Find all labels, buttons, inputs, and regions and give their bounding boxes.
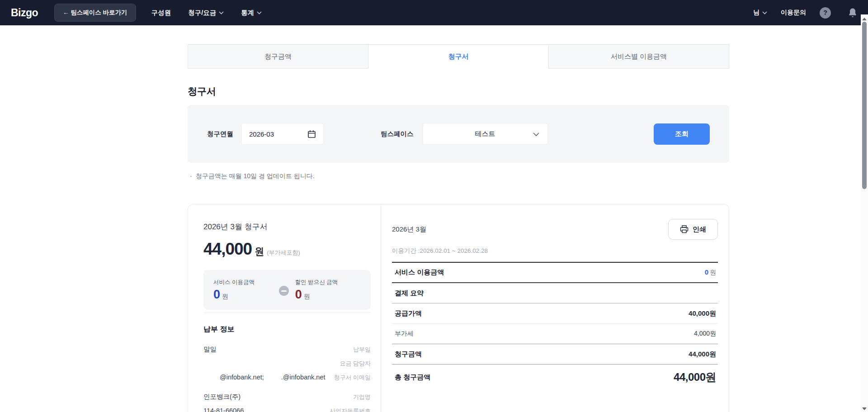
invoice-title: 2026년 3월 청구서 bbox=[203, 222, 371, 232]
payment-row: @infobank.net;.@infobank.net 청구서 이메일 bbox=[203, 374, 371, 382]
table-row-billing-amount: 청구금액 44,000원 bbox=[392, 344, 718, 365]
table-row-supply-amount: 공급가액 40,000원 bbox=[392, 303, 718, 324]
nav-members[interactable]: 구성원 bbox=[151, 9, 171, 17]
chevron-down-icon bbox=[257, 11, 262, 14]
update-notice: ·청구금액는 매월 10일 경 업데이트 됩니다. bbox=[188, 172, 729, 180]
payment-row: 요금 담당자 bbox=[203, 360, 371, 368]
scrollbar-thumb[interactable] bbox=[862, 22, 867, 189]
usage-period: 이용기간 :2026.02.01 ~ 2026.02.28 bbox=[392, 247, 718, 255]
nav-stats[interactable]: 통계 bbox=[241, 9, 262, 17]
discount-amount: 0 bbox=[295, 288, 302, 302]
top-nav: Bizgo ← 팀스페이스 바로가기 구성원 청구/요금 통계 님 이용문의 ? bbox=[0, 0, 868, 25]
section-divider bbox=[203, 313, 371, 313]
invoice-card: 2026년 3월 청구서 44,000 원 (부가세포함) 서비스 이용금액 0… bbox=[188, 204, 729, 412]
chevron-down-icon bbox=[533, 133, 539, 137]
billing-month-input[interactable]: 2026-03 bbox=[241, 123, 324, 145]
page-title: 청구서 bbox=[188, 85, 729, 98]
billing-tabs: 청구금액 청구서 서비스별 이용금액 bbox=[188, 44, 729, 69]
user-menu[interactable]: 님 bbox=[753, 9, 767, 17]
invoice-detail-panel: 2026년 3월 인쇄 이용기간 :2026.02.01 ~ 2026.02.2… bbox=[381, 204, 729, 412]
chevron-down-icon bbox=[762, 11, 767, 14]
brand-logo[interactable]: Bizgo bbox=[11, 7, 38, 19]
chevron-down-icon bbox=[219, 11, 224, 14]
billing-table: 서비스 이용금액 0원 결제 요약 공급가액 40,000원 부가세 4,000… bbox=[392, 262, 718, 390]
payment-info-title: 납부 정보 bbox=[203, 325, 371, 334]
service-usage-cell: 서비스 이용금액 0원 bbox=[213, 279, 279, 302]
nav-billing[interactable]: 청구/요금 bbox=[188, 9, 224, 17]
usage-discount-box: 서비스 이용금액 0원 할인 받으신 금액 0원 bbox=[203, 270, 371, 310]
tab-service-usage[interactable]: 서비스별 이용금액 bbox=[549, 44, 729, 69]
billing-month-value: 2026-03 bbox=[249, 130, 274, 138]
scroll-down-arrow-icon[interactable] bbox=[862, 407, 867, 410]
printer-icon bbox=[680, 225, 689, 233]
invoice-summary-panel: 2026년 3월 청구서 44,000 원 (부가세포함) 서비스 이용금액 0… bbox=[188, 204, 381, 412]
billing-month-label: 청구연월 bbox=[207, 130, 233, 138]
table-row-payment-summary: 결제 요약 bbox=[392, 283, 718, 303]
tab-billing-amount[interactable]: 청구금액 bbox=[188, 44, 368, 69]
contact-link[interactable]: 이용문의 bbox=[781, 9, 806, 17]
discount-cell: 할인 받으신 금액 0원 bbox=[295, 279, 361, 302]
help-icon[interactable]: ? bbox=[820, 7, 831, 19]
detail-month: 2026년 3월 bbox=[392, 225, 426, 234]
payment-row: 인포뱅크(주) 기업명 bbox=[203, 393, 371, 401]
table-row-total-billing-amount: 총 청구금액 44,000원 bbox=[392, 365, 718, 390]
filter-panel: 청구연월 2026-03 팀스페이스 테스트 조회 bbox=[188, 105, 729, 163]
minus-icon bbox=[279, 286, 288, 296]
invoice-total: 44,000 원 (부가세포함) bbox=[203, 240, 371, 259]
service-usage-amount: 0 bbox=[213, 288, 220, 302]
tab-invoice[interactable]: 청구서 bbox=[368, 44, 549, 69]
total-unit: 원 bbox=[255, 245, 264, 258]
teamspace-selected-value: 테스트 bbox=[475, 130, 495, 138]
payment-row: 말일 납부일 bbox=[203, 345, 371, 354]
bullet: · bbox=[190, 172, 192, 180]
teamspace-shortcut-button[interactable]: ← 팀스페이스 바로가기 bbox=[54, 4, 136, 22]
header-right: 님 이용문의 ? bbox=[753, 7, 857, 19]
vat-note: (부가세포함) bbox=[267, 249, 300, 257]
print-button[interactable]: 인쇄 bbox=[668, 219, 718, 240]
notification-bell-icon[interactable] bbox=[848, 8, 857, 18]
page-scrollbar[interactable] bbox=[861, 14, 868, 412]
scroll-up-arrow-icon[interactable] bbox=[862, 18, 867, 20]
payment-info-list: 말일 납부일 요금 담당자 @infobank.net;.@infobank.n… bbox=[203, 345, 371, 412]
teamspace-select[interactable]: 테스트 bbox=[423, 123, 548, 145]
total-amount: 44,000 bbox=[203, 240, 252, 259]
search-button[interactable]: 조회 bbox=[654, 123, 710, 145]
table-row-vat: 부가세 4,000원 bbox=[392, 324, 718, 344]
table-row-service-usage: 서비스 이용금액 0원 bbox=[392, 263, 718, 283]
payment-row: 114-81-66066 사업자등록번호 bbox=[203, 407, 371, 412]
calendar-icon bbox=[307, 130, 316, 138]
main-nav: 구성원 청구/요금 통계 bbox=[151, 9, 262, 17]
billing-page: 청구금액 청구서 서비스별 이용금액 청구서 청구연월 2026-03 팀스페이… bbox=[188, 44, 729, 412]
teamspace-label: 팀스페이스 bbox=[381, 130, 414, 138]
